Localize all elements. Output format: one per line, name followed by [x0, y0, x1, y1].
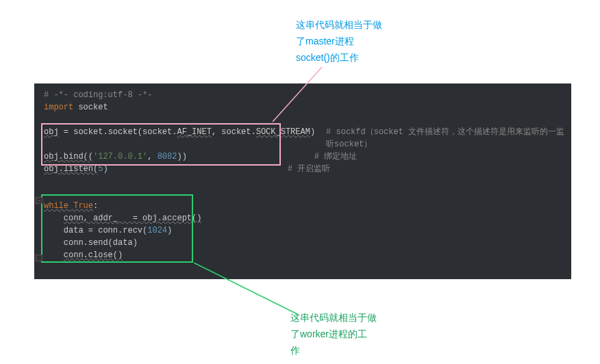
annotation-bottom: 这串代码就相当于做 了worker进程的工 作 — [290, 309, 414, 359]
annotation-bottom-line: 这串代码就相当于做 — [290, 309, 414, 326]
code-line: conn.close() — [34, 249, 571, 261]
code-line: obj.listen(5) # 开启监听 — [34, 163, 571, 175]
code-comment: # -*- coding:utf-8 -*- — [41, 89, 152, 101]
code-line: conn.send(data) — [34, 237, 571, 249]
code-line: obj.bind(('127.0.0.1', 8082)) # 绑定地址 — [34, 151, 571, 163]
annotation-top: 这串代码就相当于做 了master进程 socket()的工作 — [296, 16, 419, 66]
code-comment-right: # 绑定地址 — [314, 151, 357, 163]
annotation-bottom-line: 作 — [290, 342, 414, 359]
code-line: data = conn.recv(1024) — [34, 224, 571, 237]
code-line: obj = socket.socket(socket.AF_INET, sock… — [34, 126, 571, 151]
code-comment-right: # 开启监听 — [288, 163, 330, 175]
fold-marker-icon[interactable]: - — [36, 197, 42, 204]
annotation-top-line: socket()的工作 — [296, 49, 419, 66]
annotation-top-line: 这串代码就相当于做 — [296, 16, 419, 33]
code-comment-right: # sockfd（socket 文件描述符，这个描述符是用来监听的一监听sock… — [326, 126, 571, 151]
code-line: while True: — [34, 200, 571, 212]
code-editor[interactable]: # -*- coding:utf-8 -*- import socket obj… — [34, 83, 571, 279]
annotation-top-line: 了master进程 — [296, 33, 419, 49]
code-line: import socket — [41, 101, 108, 114]
annotation-bottom-line: 了worker进程的工 — [290, 326, 414, 342]
code-line: conn, addr_ = obj.accept() — [34, 212, 571, 224]
fold-marker-icon[interactable] — [36, 255, 42, 261]
